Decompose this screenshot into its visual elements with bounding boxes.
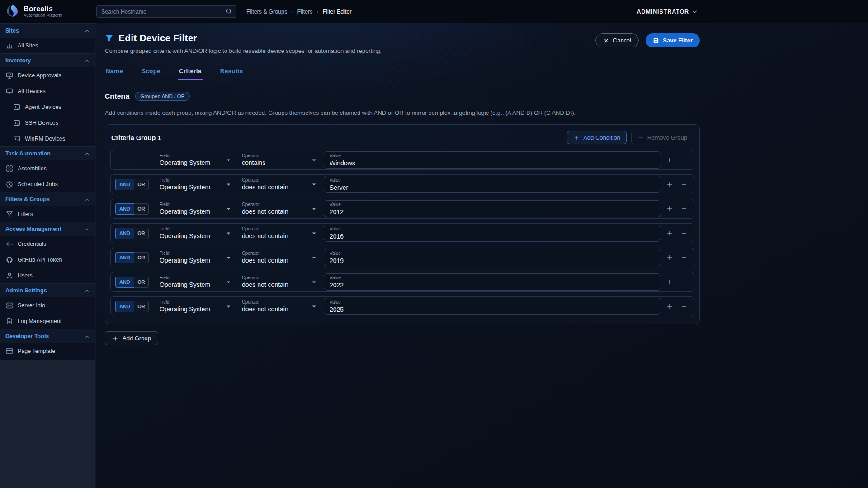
operator-select[interactable]: Operatordoes not contain: [237, 200, 321, 217]
condition-row: ANDORFieldOperating SystemOperatordoes n…: [110, 248, 694, 267]
save-label: Save Filter: [663, 37, 693, 44]
search-input[interactable]: [101, 9, 222, 15]
value-input[interactable]: [330, 282, 656, 289]
tab-name[interactable]: Name: [105, 68, 124, 80]
field-select[interactable]: FieldOperating System: [155, 151, 236, 169]
or-toggle[interactable]: OR: [134, 203, 149, 215]
remove-row-button[interactable]: [678, 251, 690, 264]
value-input[interactable]: [330, 160, 656, 167]
sidebar-item-users[interactable]: Users: [0, 267, 95, 283]
remove-row-button[interactable]: [678, 202, 690, 215]
sidebar-item-agent-devices[interactable]: Agent Devices: [0, 99, 95, 115]
value-input[interactable]: [330, 257, 656, 264]
field-label: Field: [160, 178, 224, 183]
sidebar-item-all-devices[interactable]: All Devices: [0, 83, 95, 99]
and-toggle[interactable]: AND: [115, 228, 134, 239]
sidebar-item-server-info[interactable]: Server Info: [0, 297, 95, 313]
value-input[interactable]: [330, 184, 656, 191]
sidebar-item-all-sites[interactable]: All Sites: [0, 38, 95, 53]
and-toggle[interactable]: AND: [115, 301, 134, 312]
or-toggle[interactable]: OR: [134, 301, 149, 312]
sidebar-section-inventory[interactable]: Inventory: [0, 53, 95, 67]
field-select[interactable]: FieldOperating System: [155, 298, 236, 315]
remove-row-button[interactable]: [678, 276, 690, 288]
remove-row-button[interactable]: [678, 154, 690, 166]
sidebar-item-device-approvals[interactable]: Device Approvals: [0, 67, 95, 83]
breadcrumb-item-filters-groups[interactable]: Filters & Groups: [246, 9, 287, 15]
value-input[interactable]: [330, 306, 656, 313]
and-toggle[interactable]: AND: [115, 179, 134, 190]
sidebar-section-developer-tools[interactable]: Developer Tools: [0, 329, 95, 343]
cancel-button[interactable]: Cancel: [595, 33, 639, 47]
sidebar-section-task-automation[interactable]: Task Automation: [0, 146, 95, 160]
filter-icon: [6, 211, 13, 218]
breadcrumb-item-filters[interactable]: Filters: [297, 9, 312, 15]
page-header: Edit Device Filter Combine grouped crite…: [105, 33, 700, 54]
operator-select[interactable]: Operatordoes not contain: [237, 273, 321, 291]
add-row-button[interactable]: [663, 154, 676, 166]
and-toggle[interactable]: AND: [115, 203, 134, 215]
remove-row-button[interactable]: [678, 178, 690, 191]
tab-scope[interactable]: Scope: [141, 68, 161, 80]
sidebar-item-github-api-token[interactable]: GitHub API Token: [0, 252, 95, 267]
tab-results[interactable]: Results: [219, 68, 244, 80]
and-toggle[interactable]: AND: [115, 252, 134, 263]
operator-select[interactable]: Operatorcontains: [237, 151, 321, 169]
sidebar-item-credentials[interactable]: Credentials: [0, 236, 95, 252]
sidebar-section-access-management[interactable]: Access Management: [0, 222, 95, 236]
tab-criteria[interactable]: Criteria: [178, 68, 203, 80]
operator-label: Operator: [242, 251, 309, 256]
operator-select[interactable]: Operatordoes not contain: [237, 249, 321, 266]
add-row-button[interactable]: [663, 276, 676, 288]
sidebar-item-label: SSH Devices: [25, 120, 58, 126]
value-input[interactable]: [330, 233, 656, 240]
field-select[interactable]: FieldOperating System: [155, 273, 236, 291]
or-toggle[interactable]: OR: [134, 179, 149, 190]
operator-label: Operator: [242, 202, 309, 207]
chevron-up-icon: [84, 197, 90, 202]
remove-row-button[interactable]: [678, 300, 690, 313]
field-select[interactable]: FieldOperating System: [155, 249, 236, 266]
terminal-icon: [13, 119, 20, 127]
remove-row-button[interactable]: [678, 227, 690, 239]
joiner-toggle: ANDOR: [115, 228, 149, 239]
or-toggle[interactable]: OR: [134, 228, 149, 239]
field-select[interactable]: FieldOperating System: [155, 200, 236, 217]
remove-group-button[interactable]: Remove Group: [631, 131, 693, 144]
tabs: NameScopeCriteriaResults: [105, 68, 700, 80]
add-condition-button[interactable]: Add Condition: [567, 131, 627, 144]
sidebar-item-page-template[interactable]: Page Template: [0, 343, 95, 359]
sidebar-item-ssh-devices[interactable]: SSH Devices: [0, 115, 95, 131]
sidebar-item-log-management[interactable]: Log Management: [0, 313, 95, 329]
or-toggle[interactable]: OR: [134, 252, 149, 263]
add-row-button[interactable]: [663, 178, 676, 191]
add-group-button[interactable]: Add Group: [105, 331, 158, 345]
sidebar-section-sites[interactable]: Sites: [0, 23, 95, 38]
operator-select[interactable]: Operatordoes not contain: [237, 298, 321, 315]
add-row-button[interactable]: [663, 251, 676, 264]
value-input[interactable]: [330, 208, 656, 216]
sidebar-item-winrm-devices[interactable]: WinRM Devices: [0, 131, 95, 146]
or-toggle[interactable]: OR: [134, 277, 149, 288]
add-row-button[interactable]: [663, 227, 676, 239]
sidebar-item-assemblies[interactable]: Assemblies: [0, 160, 95, 176]
field-select[interactable]: FieldOperating System: [155, 225, 236, 242]
minus-icon: [637, 135, 644, 141]
save-filter-button[interactable]: Save Filter: [646, 33, 700, 47]
sidebar-item-label: Scheduled Jobs: [18, 181, 58, 188]
sidebar-item-scheduled-jobs[interactable]: Scheduled Jobs: [0, 176, 95, 192]
operator-select[interactable]: Operatordoes not contain: [237, 176, 321, 193]
add-condition-label: Add Condition: [583, 134, 620, 141]
sidebar-section-filters-groups[interactable]: Filters & Groups: [0, 192, 95, 206]
and-toggle[interactable]: AND: [115, 277, 134, 288]
user-menu-label: ADMINISTRATOR: [637, 9, 689, 15]
sidebar-section-admin-settings[interactable]: Admin Settings: [0, 283, 95, 297]
operator-select[interactable]: Operatordoes not contain: [237, 225, 321, 242]
user-menu[interactable]: ADMINISTRATOR: [637, 9, 698, 15]
hostname-search[interactable]: [96, 5, 236, 18]
add-row-button[interactable]: [663, 202, 676, 215]
add-row-button[interactable]: [663, 300, 676, 313]
chevron-down-icon: [225, 230, 232, 237]
sidebar-item-filters[interactable]: Filters: [0, 206, 95, 222]
field-select[interactable]: FieldOperating System: [155, 176, 236, 193]
